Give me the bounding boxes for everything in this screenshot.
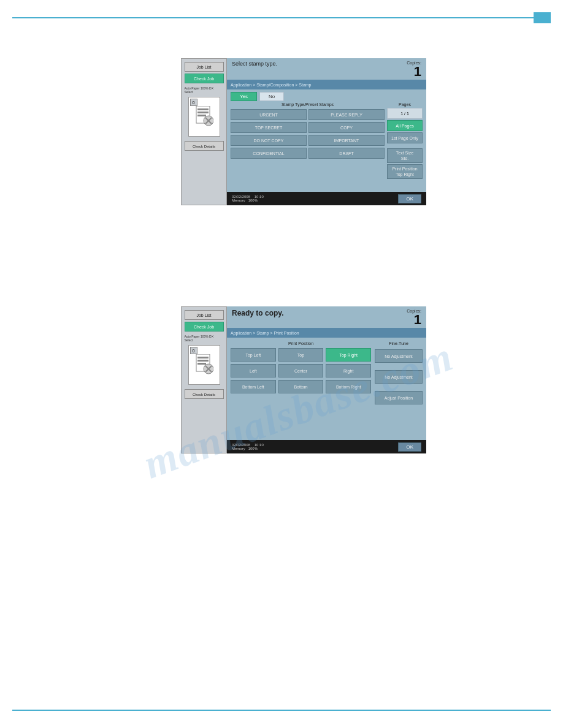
doc-icon-1 <box>195 106 213 128</box>
no-button-1[interactable]: No <box>259 92 284 101</box>
doc-icon-2 <box>195 354 213 376</box>
screen2-status-bar: 02/02/2008 10:10 Memory 100% OK <box>227 440 426 453</box>
screen2-copies: Copies: 1 <box>407 309 421 327</box>
yes-button-1[interactable]: Yes <box>231 92 257 101</box>
check-details-button-1[interactable]: Check Details <box>185 141 224 151</box>
svg-rect-10 <box>197 363 206 365</box>
screen1-title: Select stamp type. <box>232 61 277 67</box>
svg-rect-8 <box>197 357 209 358</box>
svg-rect-2 <box>197 112 209 113</box>
check-details-button-2[interactable]: Check Details <box>185 389 224 399</box>
job-list-button-1[interactable]: Job List <box>185 62 224 72</box>
top-right-square <box>534 12 551 23</box>
ok-button-1[interactable]: OK <box>398 194 421 203</box>
preview-box-1: 0 <box>188 97 220 137</box>
fine-tune-column: Fine-Tune No Adjustment No Adjustment Ad… <box>375 341 423 438</box>
pos-right[interactable]: Right <box>326 364 371 377</box>
pos-bottom-left[interactable]: Bottom Left <box>231 380 276 393</box>
screen2-title: Ready to copy. <box>232 309 283 317</box>
pos-center[interactable]: Center <box>278 364 324 377</box>
pos-top[interactable]: Top <box>278 348 324 362</box>
screen2-header: Ready to copy. Copies: 1 <box>227 306 426 328</box>
adjust-position-button[interactable]: Adjust Position <box>375 391 423 404</box>
machine-panel-2: Job List Check Job Auto Paper 100% DX Se… <box>181 306 227 453</box>
page-badge-1: 0 <box>190 99 197 106</box>
screen1-stamp-area: Stamp Type/Preset Stamps URGENT PLEASE R… <box>227 102 426 192</box>
preview-box-2: 0 <box>188 345 220 385</box>
pos-row-2: Left Center Right <box>231 364 371 377</box>
pages-label: Pages <box>387 102 423 107</box>
paper-info-1: Auto Paper 100% DX Select <box>185 86 224 94</box>
all-pages-button[interactable]: All Pages <box>387 120 423 131</box>
bottom-line <box>12 710 551 711</box>
top-line <box>12 17 551 18</box>
screen1-copies: Copies: 1 <box>407 61 421 78</box>
text-size-button[interactable]: Text Size Std. <box>387 148 423 163</box>
page-counter: 1 / 1 <box>387 108 423 119</box>
screen2-status-text: 02/02/2008 10:10 Memory 100% <box>232 443 264 450</box>
pos-left[interactable]: Left <box>231 364 276 377</box>
stamp-please-reply[interactable]: PLEASE REPLY <box>308 109 385 120</box>
pos-bottom[interactable]: Bottom <box>278 380 324 393</box>
screen2-pos-area: Print Position Top Left Top Top Right Le… <box>227 338 426 440</box>
pages-column: Pages 1 / 1 All Pages 1st Page Only Text… <box>387 102 423 192</box>
stamp-copy[interactable]: COPY <box>308 122 385 133</box>
screen-2: Ready to copy. Copies: 1 Application > S… <box>227 306 426 453</box>
stamp-type-label: Stamp Type/Preset Stamps <box>231 102 385 107</box>
stamp-top-secret[interactable]: TOP SECRET <box>231 122 307 133</box>
job-list-button-2[interactable]: Job List <box>185 310 224 320</box>
pos-top-left[interactable]: Top Left <box>231 348 276 362</box>
check-job-button-2[interactable]: Check Job <box>185 322 224 332</box>
stamp-draft[interactable]: DRAFT <box>308 148 385 159</box>
pos-bottom-right[interactable]: Bottom Right <box>326 380 371 393</box>
pos-row-3: Bottom Left Bottom Bottom Right <box>231 380 371 393</box>
stamp-important[interactable]: IMPORTANT <box>308 135 385 146</box>
machine-panel-1: Job List Check Job Auto Paper 100% DX Se… <box>181 58 227 205</box>
print-position-button[interactable]: Print Position Top Right <box>387 164 423 179</box>
screen1-header: Select stamp type. Copies: 1 <box>227 58 426 80</box>
svg-rect-3 <box>197 115 206 116</box>
ok-button-2[interactable]: OK <box>398 442 421 452</box>
screen1-status-text: 02/02/2008 10:10 Memory 100% <box>232 195 264 202</box>
screen1-status-bar: 02/02/2008 10:10 Memory 100% OK <box>227 192 426 205</box>
screen1-yes-no: Yes No <box>227 89 426 102</box>
first-page-button[interactable]: 1st Page Only <box>387 132 423 143</box>
pos-row-1: Top Left Top Top Right <box>231 348 371 362</box>
screen2-breadcrumb: Application > Stamp > Print Position <box>227 328 426 338</box>
print-pos-label: Print Position <box>231 341 371 346</box>
fine-tune-label: Fine-Tune <box>375 341 423 346</box>
screen1-breadcrumb: Application > Stamp/Composition > Stamp <box>227 80 426 89</box>
stamp-confidential[interactable]: CONFIDENTIAL <box>231 148 307 159</box>
svg-rect-1 <box>197 108 209 110</box>
no-adjustment-1[interactable]: No Adjustment <box>375 349 423 363</box>
stamp-do-not-copy[interactable]: DO NOT COPY <box>231 135 307 146</box>
no-adjustment-2[interactable]: No Adjustment <box>375 370 423 384</box>
screen-1: Select stamp type. Copies: 1 Application… <box>227 58 426 205</box>
stamp-buttons-grid: URGENT PLEASE REPLY TOP SECRET COPY DO N… <box>231 109 385 159</box>
check-job-button-1[interactable]: Check Job <box>185 74 224 83</box>
page-badge-2: 0 <box>190 347 197 354</box>
paper-info-2: Auto Paper 100% DX Select <box>185 335 224 342</box>
svg-rect-9 <box>197 360 209 362</box>
pos-top-right[interactable]: Top Right <box>326 348 371 362</box>
stamp-urgent[interactable]: URGENT <box>231 109 307 120</box>
